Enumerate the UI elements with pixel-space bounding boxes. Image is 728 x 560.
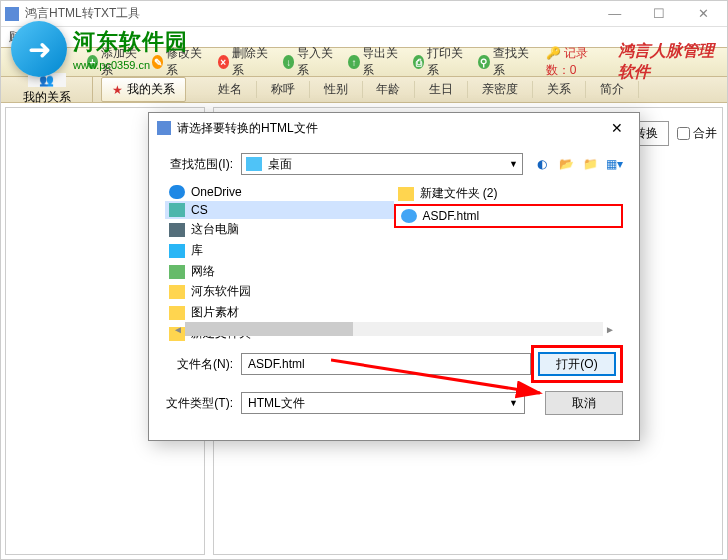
dialog-icon bbox=[157, 121, 171, 135]
file-item[interactable]: ASDF.html bbox=[397, 207, 621, 225]
merge-label: 合并 bbox=[693, 125, 717, 142]
search-relation-button[interactable]: ⚲查找关系 bbox=[472, 42, 537, 82]
file-item[interactable]: 河东软件园 bbox=[165, 281, 394, 302]
export-relation-button[interactable]: ↑导出关系 bbox=[342, 42, 406, 82]
file-item[interactable]: 新建文件夹 (2) bbox=[394, 183, 624, 204]
desktop-icon bbox=[246, 157, 262, 171]
scroll-left-icon[interactable]: ◄ bbox=[171, 322, 185, 336]
dialog-close-button[interactable]: ✕ bbox=[603, 118, 631, 138]
scroll-thumb[interactable] bbox=[185, 322, 353, 336]
filetype-select[interactable]: HTML文件 ▼ bbox=[241, 392, 525, 414]
scroll-right-icon[interactable]: ► bbox=[603, 322, 617, 336]
filename-label: 文件名(N): bbox=[165, 356, 241, 373]
close-button[interactable]: ✕ bbox=[684, 2, 723, 25]
delete-relation-label: 删除关系 bbox=[232, 45, 271, 79]
file-item[interactable]: 这台电脑 bbox=[165, 219, 394, 240]
filetype-value: HTML文件 bbox=[248, 395, 305, 412]
minimize-button[interactable]: — bbox=[594, 2, 635, 25]
folder-icon bbox=[398, 187, 414, 201]
file-item-label: 新建文件夹 (2) bbox=[420, 185, 498, 202]
window-controls: — ☐ ✕ bbox=[594, 2, 723, 25]
back-icon[interactable]: ◐ bbox=[533, 155, 551, 173]
file-item-label: 河东软件园 bbox=[191, 283, 251, 300]
horizontal-scrollbar[interactable]: ◄ ► bbox=[171, 321, 617, 337]
chevron-down-icon: ▼ bbox=[509, 159, 518, 169]
print-relation-button[interactable]: ⎙打印关系 bbox=[407, 42, 472, 82]
lookin-value: 桌面 bbox=[268, 156, 292, 173]
search-relation-label: 查找关系 bbox=[493, 45, 532, 79]
export-relation-label: 导出关系 bbox=[363, 45, 401, 79]
file-item-label: OneDrive bbox=[191, 185, 242, 199]
file-browser[interactable]: OneDriveCS这台电脑库网络河东软件园图片素材新建文件夹 新建文件夹 (2… bbox=[165, 183, 623, 337]
lib-icon bbox=[169, 244, 185, 258]
print-icon: ⎙ bbox=[413, 55, 424, 69]
dialog-title: 请选择要转换的HTML文件 bbox=[177, 120, 318, 137]
file-item[interactable]: OneDrive bbox=[165, 183, 394, 201]
brand-text: 鸿言人脉管理软件 bbox=[618, 41, 723, 83]
tab-my-relation-label: 我的关系 bbox=[127, 81, 175, 98]
open-button[interactable]: 打开(O) bbox=[538, 352, 616, 376]
main-window: 鸿言HTML转TXT工具 — ☐ ✕ 顾客 ➜ 河东软件园 www.pc0359… bbox=[0, 0, 728, 560]
chevron-down-icon: ▼ bbox=[509, 398, 518, 408]
folder-icon bbox=[169, 285, 185, 299]
arrow-down-icon: ↓ bbox=[283, 55, 294, 69]
file-item-label: 图片素材 bbox=[191, 304, 239, 321]
cloud-icon bbox=[169, 185, 185, 199]
merge-checkbox-label[interactable]: 合并 bbox=[677, 125, 717, 142]
tab-my-relation[interactable]: ★ 我的关系 bbox=[101, 77, 186, 102]
html-icon bbox=[401, 209, 417, 223]
search-icon: ⚲ bbox=[478, 55, 489, 69]
app-icon bbox=[5, 7, 19, 21]
watermark-name: 河东软件园 bbox=[73, 29, 188, 54]
pc-icon bbox=[169, 223, 185, 237]
lookin-label: 查找范围(I): bbox=[165, 156, 241, 173]
arrow-up-icon: ↑ bbox=[348, 55, 359, 69]
new-folder-icon[interactable]: 📁 bbox=[581, 155, 599, 173]
import-relation-label: 导入关系 bbox=[297, 45, 336, 79]
sub-toolbar: 👥 我的关系 ★ 我的关系 姓名 称呼 性别 年龄 生日 亲密度 关系 简介 bbox=[1, 77, 727, 103]
col-relation[interactable]: 关系 bbox=[533, 81, 586, 98]
monitor-icon bbox=[169, 203, 185, 217]
filename-input[interactable] bbox=[241, 353, 531, 375]
file-item-label: ASDF.html bbox=[423, 209, 480, 223]
watermark-url: www.pc0359.cn bbox=[73, 59, 188, 71]
delete-relation-button[interactable]: ×删除关系 bbox=[212, 42, 277, 82]
col-intro[interactable]: 简介 bbox=[586, 81, 639, 98]
star-icon: ★ bbox=[112, 83, 123, 97]
lookin-select[interactable]: 桌面 ▼ bbox=[241, 153, 523, 175]
filetype-label: 文件类型(T): bbox=[165, 395, 241, 412]
col-intimacy[interactable]: 亲密度 bbox=[468, 81, 533, 98]
file-item[interactable]: 网络 bbox=[165, 261, 394, 281]
merge-checkbox[interactable] bbox=[677, 127, 690, 140]
maximize-button[interactable]: ☐ bbox=[639, 2, 679, 25]
import-relation-button[interactable]: ↓导入关系 bbox=[277, 42, 342, 82]
sidebar-my-relation-label: 我的关系 bbox=[23, 89, 71, 106]
sidebar-my-relation[interactable]: 👥 我的关系 bbox=[1, 77, 93, 102]
file-item[interactable]: 图片素材 bbox=[165, 302, 394, 323]
cancel-button[interactable]: 取消 bbox=[545, 391, 623, 415]
dialog-title-bar: 请选择要转换的HTML文件 ✕ bbox=[149, 113, 639, 143]
file-item[interactable]: CS bbox=[165, 201, 394, 219]
col-age[interactable]: 年龄 bbox=[363, 81, 415, 98]
file-item-label: 库 bbox=[191, 242, 203, 259]
file-highlight: ASDF.html bbox=[394, 204, 624, 228]
col-name[interactable]: 姓名 bbox=[204, 81, 257, 98]
view-menu-icon[interactable]: ▦▾ bbox=[605, 155, 623, 173]
open-button-highlight: 打开(O) bbox=[531, 345, 623, 383]
file-item-label: CS bbox=[191, 203, 208, 217]
col-gender[interactable]: 性别 bbox=[310, 81, 363, 98]
app-title: 鸿言HTML转TXT工具 bbox=[25, 5, 140, 22]
record-count-label: 🔑 记录数：0 bbox=[546, 45, 606, 79]
folder-icon bbox=[169, 306, 185, 320]
file-item-label: 这台电脑 bbox=[191, 221, 239, 238]
up-icon[interactable]: 📂 bbox=[557, 155, 575, 173]
print-relation-label: 打印关系 bbox=[427, 45, 466, 79]
watermark: ➜ 河东软件园 www.pc0359.cn bbox=[11, 21, 188, 77]
file-item[interactable]: 库 bbox=[165, 240, 394, 261]
net-icon bbox=[169, 265, 185, 279]
col-birthday[interactable]: 生日 bbox=[415, 81, 468, 98]
watermark-logo-icon: ➜ bbox=[11, 21, 67, 77]
col-title[interactable]: 称呼 bbox=[257, 81, 310, 98]
x-icon: × bbox=[218, 55, 229, 69]
file-item-label: 网络 bbox=[191, 263, 215, 280]
